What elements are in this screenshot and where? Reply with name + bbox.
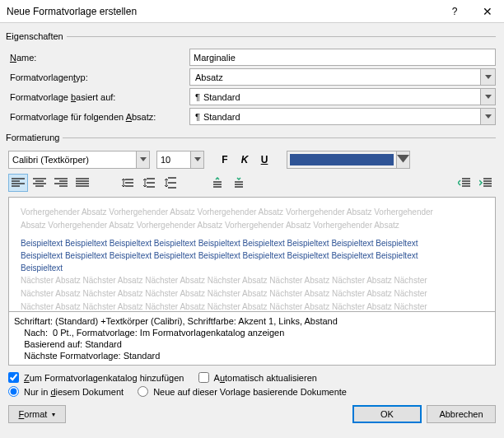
fontcolor-combo[interactable] [287,151,410,169]
cancel-button[interactable]: Abbrechen [427,405,496,423]
font-value: Calibri (Textkörper) [9,155,136,165]
chevron-down-icon [396,151,409,168]
underline-button[interactable]: U [255,151,273,169]
preview-after: Nächster Absatz Nächster Absatz Nächster… [21,287,483,301]
preview-sample: Beispieltext Beispieltext Beispieltext B… [21,249,483,262]
align-left-button[interactable] [8,174,28,192]
paraspacing-group [208,174,249,192]
align-justify-button[interactable] [72,174,92,192]
auto-update-checkbox[interactable]: Automatisch aktualisieren [198,372,317,383]
template-based-radio[interactable]: Neue auf dieser Vorlage basierende Dokum… [138,386,347,397]
template-based-input[interactable] [138,386,148,397]
space-before-dec-button[interactable] [229,174,249,192]
align-center-button[interactable] [30,174,49,192]
preview-pane: Vorhergehender Absatz Vorhergehender Abs… [8,197,496,312]
only-document-radio[interactable]: Nur in diesem Dokument [8,386,124,397]
chevron-down-icon [136,151,149,168]
ok-button[interactable]: OK [352,405,422,423]
window-title: Neue Formatvorlage erstellen [7,6,438,17]
properties-group: Eigenschaften Name: Formatvorlagentyp: A… [8,31,496,128]
bold-button[interactable]: F [216,151,234,169]
template-based-label: Neue auf dieser Vorlage basierende Dokum… [153,387,347,397]
desc-line: Nächste Formatvorlage: Standard [14,350,490,361]
space-before-inc-button[interactable] [208,174,227,192]
italic-button[interactable]: K [236,151,254,169]
paragraph-icon: ¶ [195,112,200,122]
preview-sample: Beispieltext [21,262,483,274]
following-value: Standard [203,112,240,122]
linespacing-group [119,174,181,192]
preview-before: Absatz Vorhergehender Absatz Vorhergehen… [21,219,483,232]
type-value: Absatz [195,72,223,82]
font-combo[interactable]: Calibri (Textkörper) [8,151,150,169]
spacing-1-button[interactable] [119,174,138,192]
preview-after: Nächster Absatz Nächster Absatz Nächster… [21,301,483,312]
name-label: Name: [8,53,189,63]
add-catalog-input[interactable] [8,372,19,383]
following-label: Formatvorlage für folgenden Absatz: [8,112,189,122]
titlebar: Neue Formatvorlage erstellen ? ✕ [0,0,504,23]
type-select[interactable]: Absatz [189,68,496,86]
description-box: Schriftart: (Standard) +Textkörper (Cali… [8,312,496,366]
spacing-2-button[interactable] [161,174,181,192]
chevron-down-icon [480,69,495,85]
align-right-button[interactable] [51,174,71,192]
desc-line: Nach: 0 Pt., Formatvorlage: Im Formatvor… [14,327,490,338]
properties-legend: Eigenschaften [6,31,67,41]
preview-after: Nächster Absatz Nächster Absatz Nächster… [21,274,483,287]
close-button[interactable]: ✕ [471,0,504,23]
only-document-input[interactable] [8,386,19,397]
chevron-down-icon [190,151,203,168]
type-label: Formatvorlagentyp: [8,72,189,82]
add-catalog-checkbox[interactable]: Zum Formatvorlagenkatalog hinzufügen [8,372,184,383]
help-button[interactable]: ? [438,0,471,23]
basedon-select[interactable]: ¶Standard [189,88,496,105]
auto-update-input[interactable] [198,372,209,383]
following-select[interactable]: ¶Standard [189,108,496,125]
indent-group [455,174,496,192]
color-swatch [290,154,394,165]
basedon-label: Formatvorlage basiert auf: [8,92,189,102]
indent-decrease-button[interactable] [455,174,474,192]
format-button[interactable]: Format▾ [8,405,66,423]
preview-sample: Beispieltext Beispieltext Beispieltext B… [21,237,483,249]
name-input[interactable] [189,49,496,66]
formatting-group: Formatierung Calibri (Textkörper) 10 F K… [8,133,496,366]
chevron-down-icon: ▾ [52,411,55,418]
spacing-1-5-button[interactable] [140,174,160,192]
basedon-value: Standard [203,92,240,102]
preview-before: Vorhergehender Absatz Vorhergehender Abs… [21,206,483,219]
fontsize-value: 10 [157,155,190,165]
formatting-legend: Formatierung [6,133,63,142]
alignment-group [8,174,92,192]
indent-increase-button[interactable] [476,174,496,192]
paragraph-icon: ¶ [195,92,200,102]
desc-line: Schriftart: (Standard) +Textkörper (Cali… [14,315,490,327]
desc-line: Basierend auf: Standard [14,338,490,350]
chevron-down-icon [480,89,495,105]
chevron-down-icon [480,109,495,124]
fontsize-combo[interactable]: 10 [156,151,204,169]
